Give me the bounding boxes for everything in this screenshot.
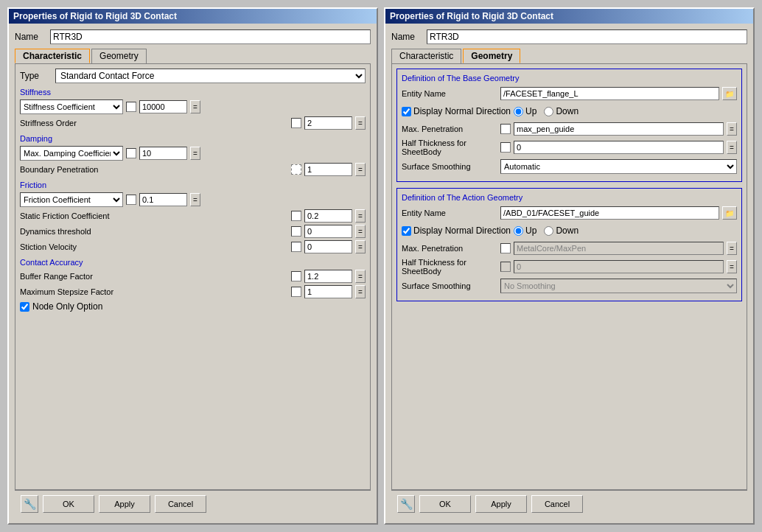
left-static-friction-checkbox[interactable]	[291, 211, 301, 221]
left-friction-coeff-input[interactable]	[139, 193, 187, 206]
right-base-half-thick-eq[interactable]: =	[727, 141, 737, 154]
left-dynamics-threshold-checkbox[interactable]	[291, 226, 301, 237]
right-base-max-pen-checkbox[interactable]	[500, 124, 511, 134]
right-base-down-label[interactable]: Down	[544, 106, 579, 116]
right-action-entity-row: Entity Name 📁	[402, 206, 737, 220]
right-name-label: Name	[391, 32, 421, 42]
right-cancel-button[interactable]: Cancel	[531, 495, 583, 513]
right-action-browse-button[interactable]: 📁	[722, 206, 737, 220]
right-base-half-thick-checkbox[interactable]	[500, 142, 511, 153]
left-dynamics-threshold-input[interactable]	[304, 225, 352, 238]
left-apply-button[interactable]: Apply	[99, 495, 150, 513]
right-base-half-thick-label: Half Thickness for SheetBody	[402, 139, 497, 156]
right-base-surface-smooth-select[interactable]: Automatic	[500, 159, 737, 174]
right-action-half-thick-eq[interactable]: =	[727, 260, 737, 273]
right-base-display-normal-checkbox[interactable]	[402, 107, 411, 116]
right-base-half-thick-input[interactable]	[514, 141, 724, 154]
left-stiffness-order-eq[interactable]: =	[355, 116, 366, 130]
left-stiffness-coeff-input[interactable]	[139, 100, 187, 113]
right-tab-characteristic[interactable]: Characteristic	[391, 49, 461, 63]
right-wrench-button[interactable]: 🔧	[397, 495, 415, 513]
right-action-max-pen-label: Max. Penetration	[402, 244, 497, 253]
right-base-max-pen-eq[interactable]: =	[727, 122, 737, 136]
left-tab-characteristic[interactable]: Characteristic	[15, 49, 90, 63]
left-max-stepsize-label: Maximum Stepsize Factor	[20, 287, 288, 296]
left-friction-coeff-select[interactable]: Friction Coefficient	[20, 192, 123, 207]
left-max-damping-row: Max. Damping Coefficient =	[20, 146, 366, 161]
left-cancel-button[interactable]: Cancel	[155, 495, 206, 513]
right-apply-button[interactable]: Apply	[475, 495, 527, 513]
right-action-down-label[interactable]: Down	[544, 225, 579, 236]
left-stiction-velocity-checkbox[interactable]	[291, 242, 301, 252]
left-buffer-range-eq[interactable]: =	[355, 270, 366, 283]
left-stiffness-order-label: Striffness Order	[20, 119, 288, 127]
right-name-input[interactable]	[427, 29, 747, 44]
left-stiction-velocity-eq[interactable]: =	[355, 240, 366, 253]
left-buffer-range-label: Buffer Range Factor	[20, 272, 288, 281]
left-boundary-pen-eq[interactable]: =	[355, 163, 366, 176]
left-stiffness-order-checkbox[interactable]	[291, 118, 301, 128]
right-action-up-radio[interactable]	[514, 226, 523, 236]
right-base-radio-group: Up Down	[514, 106, 737, 116]
left-max-stepsize-input[interactable]	[304, 285, 352, 298]
left-wrench-button[interactable]: 🔧	[21, 495, 38, 513]
left-dynamics-threshold-eq[interactable]: =	[355, 225, 366, 238]
right-tabs: Characteristic Geometry	[391, 49, 747, 63]
left-stiffness-coeff-checkbox[interactable]	[126, 102, 136, 112]
left-max-stepsize-eq[interactable]: =	[355, 285, 366, 298]
left-static-friction-input[interactable]	[304, 209, 352, 223]
left-buffer-range-checkbox[interactable]	[291, 271, 301, 281]
left-dynamics-threshold-row: Dynamics threshold =	[20, 225, 366, 238]
right-action-max-pen-eq[interactable]: =	[727, 242, 737, 255]
right-dialog-titlebar: Properties of Rigid to Rigid 3D Contact	[385, 9, 753, 24]
right-base-entity-input[interactable]	[500, 87, 719, 100]
right-action-half-thick-label: Half Thickness for SheetBody	[402, 258, 497, 276]
left-static-friction-eq[interactable]: =	[355, 209, 366, 223]
left-buffer-range-input[interactable]	[304, 270, 352, 283]
left-stiction-velocity-input[interactable]	[304, 240, 352, 253]
left-name-label: Name	[15, 32, 44, 42]
right-base-up-radio[interactable]	[514, 107, 523, 116]
right-tab-geometry[interactable]: Geometry	[463, 49, 520, 63]
left-max-damping-select[interactable]: Max. Damping Coefficient	[20, 146, 123, 161]
right-action-entity-input[interactable]	[500, 206, 719, 220]
left-node-only-label: Node Only Option	[32, 301, 102, 312]
right-base-down-radio[interactable]	[544, 107, 553, 116]
right-action-surface-smooth-select[interactable]: No Smoothing	[500, 279, 737, 293]
left-stiffness-coeff-eq[interactable]: =	[190, 100, 200, 113]
left-boundary-pen-input[interactable]	[304, 163, 352, 176]
left-max-damping-input[interactable]	[139, 147, 187, 160]
left-friction-coeff-checkbox[interactable]	[126, 195, 136, 205]
right-dialog-title: Properties of Rigid to Rigid 3D Contact	[390, 11, 553, 21]
right-action-geo-section: Definition of The Action Geometry Entity…	[396, 188, 742, 301]
right-ok-button[interactable]: OK	[419, 495, 471, 513]
left-boundary-pen-checkbox[interactable]	[291, 164, 301, 175]
right-action-max-pen-checkbox[interactable]	[500, 243, 511, 253]
left-max-damping-eq[interactable]: =	[190, 147, 200, 160]
left-name-input[interactable]	[50, 29, 371, 44]
left-tabs: Characteristic Geometry	[15, 49, 371, 63]
right-base-max-pen-input[interactable]	[514, 122, 724, 136]
left-friction-coeff-eq[interactable]: =	[190, 193, 200, 206]
right-action-half-thick-row: Half Thickness for SheetBody =	[402, 258, 737, 276]
left-stiffness-order-input[interactable]	[304, 116, 352, 130]
right-action-max-pen-input[interactable]	[514, 242, 724, 255]
right-action-down-radio[interactable]	[544, 226, 553, 236]
right-action-up-label[interactable]: Up	[514, 225, 536, 236]
right-base-max-pen-label: Max. Penetration	[402, 125, 497, 133]
left-tab-geometry[interactable]: Geometry	[91, 49, 147, 63]
left-max-damping-checkbox[interactable]	[126, 148, 136, 158]
right-action-display-normal-checkbox[interactable]	[402, 226, 411, 236]
right-base-up-label[interactable]: Up	[514, 106, 536, 116]
right-action-half-thick-checkbox[interactable]	[500, 262, 511, 272]
left-node-only-checkbox[interactable]	[20, 302, 29, 312]
left-max-stepsize-row: Maximum Stepsize Factor =	[20, 285, 366, 298]
right-action-half-thick-input[interactable]	[514, 260, 724, 273]
right-tab-content: Definition of The Base Geometry Entity N…	[391, 63, 747, 490]
left-max-stepsize-checkbox[interactable]	[291, 287, 301, 297]
left-stiffness-coeff-select[interactable]: Stiffness Coefficient	[20, 99, 123, 114]
left-type-select[interactable]: Standard Contact Force	[55, 69, 366, 83]
right-base-browse-button[interactable]: 📁	[722, 87, 737, 100]
left-ok-button[interactable]: OK	[43, 495, 94, 513]
right-base-surface-smooth-label: Surface Smoothing	[402, 162, 497, 171]
